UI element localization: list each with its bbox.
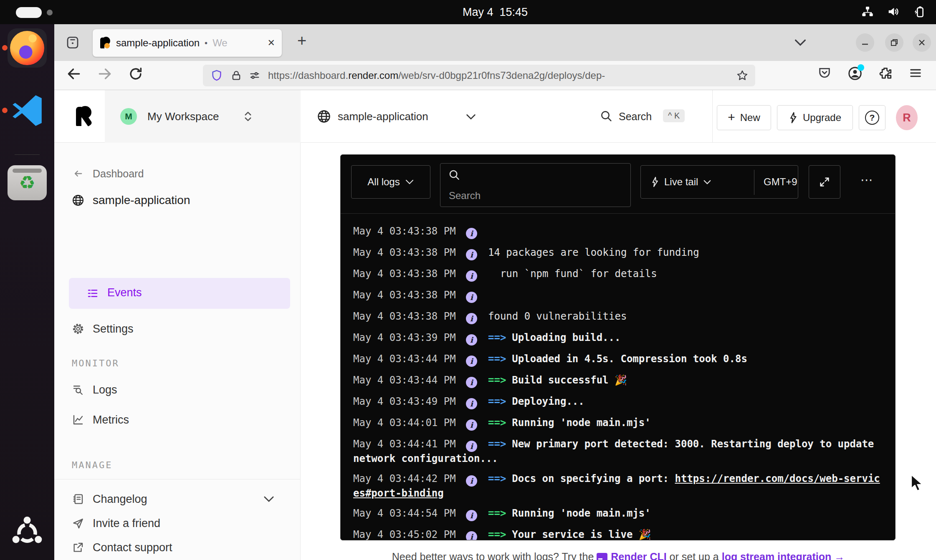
browser-window: sample-application • We ✕ + (54, 24, 936, 560)
log-row: May 4 03:44:41 PMi==>New primary port de… (353, 437, 883, 465)
log-stream-link[interactable]: log stream integration (722, 551, 832, 560)
tab-bar: sample-application • We ✕ + (54, 24, 936, 61)
bookmark-star-icon[interactable] (736, 69, 749, 82)
user-avatar[interactable]: R (896, 105, 918, 130)
render-cli-icon (597, 553, 607, 560)
log-row: May 4 03:43:38 PMi (353, 288, 883, 303)
info-icon: i (466, 510, 477, 521)
changelog-chevron-down-icon[interactable] (263, 495, 275, 503)
render-logo[interactable] (76, 106, 94, 127)
service-switcher-name[interactable]: sample-application (338, 110, 428, 123)
minimize-button[interactable] (856, 33, 874, 52)
mouse-cursor (910, 474, 925, 492)
sidebar-item-events[interactable]: Events (69, 278, 290, 309)
new-button[interactable]: + New (717, 105, 771, 130)
extensions-puzzle-icon[interactable] (878, 66, 893, 80)
pocket-icon[interactable] (817, 66, 832, 80)
log-timestamp: May 4 03:43:38 PM (353, 246, 457, 259)
log-message: run `npm fund` for details (488, 268, 657, 280)
upgrade-button[interactable]: Upgrade (777, 105, 853, 130)
reload-icon[interactable] (128, 66, 144, 82)
account-notification-dot (858, 64, 864, 71)
log-row: May 4 03:43:38 PMifound 0 vulnerabilitie… (353, 310, 883, 324)
footer-text: Need better ways to work with logs? Try … (392, 551, 597, 560)
timezone-label[interactable]: GMT+9 (764, 176, 797, 188)
battery-icon (913, 5, 926, 18)
system-clock[interactable]: May 4 15:45 (0, 6, 936, 19)
live-tail-timezone-control[interactable]: Live tail GMT+9 (640, 165, 798, 199)
account-icon[interactable] (847, 66, 863, 81)
log-arrow: ==> (488, 353, 506, 365)
tab-favicon-render (99, 37, 111, 49)
navigation-toolbar: https://dashboard.render.com/web/srv-d0b… (54, 61, 936, 90)
manage-divider (54, 479, 301, 479)
log-row: May 4 03:43:39 PMi==>Uploading build... (353, 331, 883, 346)
log-timestamp: May 4 03:45:02 PM (353, 528, 457, 540)
tab-close-icon[interactable]: ✕ (268, 38, 275, 48)
globe-icon (72, 194, 84, 207)
log-search-box[interactable]: Search (440, 163, 631, 207)
ubuntu-logo[interactable] (8, 513, 47, 552)
log-timestamp: May 4 03:43:44 PM (353, 373, 457, 387)
trash-app-icon[interactable]: ♻ (8, 165, 47, 200)
maximize-button[interactable] (885, 33, 903, 52)
log-message: 14 packages are looking for funding (488, 247, 699, 258)
firefox-view-icon[interactable] (65, 35, 80, 50)
expand-logs-button[interactable] (809, 165, 840, 199)
render-cli-link[interactable]: Render CLI (611, 551, 666, 560)
lock-icon[interactable] (230, 70, 242, 81)
vscode-running-dot (2, 108, 8, 113)
log-message: Deploying... (512, 396, 584, 407)
info-icon: i (466, 377, 477, 388)
logs-label: Logs (93, 383, 117, 396)
sidebar-service-title[interactable]: sample-application (54, 189, 301, 211)
log-timestamp: May 4 03:44:01 PM (353, 416, 457, 429)
vscode-app-icon[interactable] (8, 91, 47, 130)
system-top-bar: May 4 15:45 (0, 0, 936, 24)
log-panel: All logs Search Live tail GMT+9 (340, 154, 896, 540)
url-bar[interactable]: https://dashboard.render.com/web/srv-d0b… (203, 65, 755, 86)
sidebar-item-settings[interactable]: Settings (54, 318, 301, 340)
sidebar-item-changelog[interactable]: Changelog (54, 488, 301, 510)
workspace-switcher[interactable]: M My Workspace (105, 90, 301, 143)
log-arrow: ==> (488, 507, 506, 519)
log-arrow: ==> (488, 332, 506, 343)
section-manage: MANAGE (72, 460, 112, 470)
permissions-icon[interactable] (249, 70, 261, 81)
tab-title: sample-application (116, 37, 200, 49)
log-filter-dropdown[interactable]: All logs (351, 165, 430, 199)
list-tabs-chevron-icon[interactable] (793, 38, 807, 48)
search-placeholder: Search (449, 190, 481, 202)
close-window-button[interactable] (913, 33, 931, 52)
log-row: May 4 03:45:02 PMi==>Your service is liv… (353, 528, 883, 540)
new-tab-button[interactable]: + (297, 32, 306, 50)
sidebar: Dashboard sample-application Events (54, 143, 301, 560)
menu-hamburger-icon[interactable] (908, 66, 923, 80)
sidebar-back-dashboard[interactable]: Dashboard (54, 163, 301, 184)
sidebar-item-logs[interactable]: Logs (54, 379, 301, 401)
forward-icon[interactable] (97, 66, 113, 82)
service-chevron-down-icon[interactable] (465, 113, 476, 121)
active-tab[interactable]: sample-application • We ✕ (93, 29, 282, 57)
info-icon: i (466, 334, 477, 346)
workspace-updown-icon (243, 110, 253, 123)
log-message: Running 'node main.mjs' (512, 417, 650, 429)
firefox-app-icon[interactable] (8, 28, 47, 68)
back-icon[interactable] (66, 66, 82, 82)
more-options-icon[interactable]: ⋯ (860, 172, 874, 187)
log-rows[interactable]: May 4 03:43:38 PMi May 4 03:43:38 PMi14 … (341, 214, 895, 540)
log-timestamp: May 4 03:43:44 PM (353, 352, 457, 366)
bolt-icon (651, 177, 659, 187)
sidebar-item-support[interactable]: Contact support (54, 537, 301, 558)
tab-title-truncated: We (212, 37, 228, 49)
search-icon[interactable] (600, 109, 613, 123)
sidebar-item-metrics[interactable]: Metrics (54, 409, 301, 431)
tracking-shield-icon[interactable] (210, 69, 223, 82)
log-timestamp: May 4 03:44:54 PM (353, 507, 457, 520)
system-tray[interactable] (861, 5, 926, 18)
help-button[interactable]: ? (859, 105, 885, 130)
plus-icon: + (728, 110, 735, 124)
info-icon: i (466, 228, 477, 239)
search-label[interactable]: Search (619, 111, 652, 123)
sidebar-item-invite[interactable]: Invite a friend (54, 512, 301, 534)
